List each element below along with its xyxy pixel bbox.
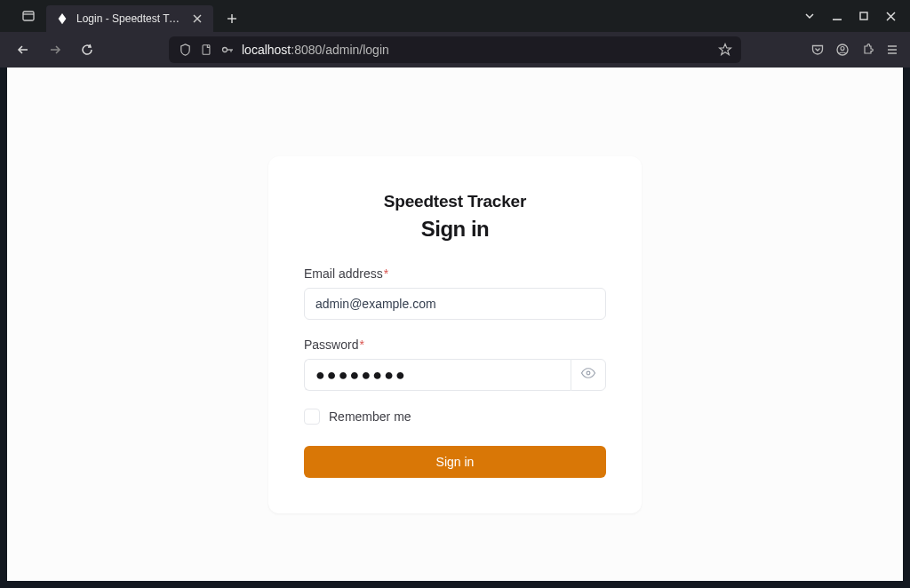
svg-rect-7 bbox=[860, 12, 867, 20]
login-card: Speedtest Tracker Sign in Email address*… bbox=[268, 156, 642, 513]
password-visibility-toggle[interactable] bbox=[571, 359, 606, 391]
url-text: localhost:8080/admin/login bbox=[242, 43, 711, 57]
remember-label: Remember me bbox=[329, 409, 411, 424]
menu-icon[interactable] bbox=[885, 43, 899, 57]
svg-point-18 bbox=[841, 47, 844, 51]
tab-title: Login - Speedtest Trac bbox=[76, 12, 183, 25]
tab-favicon-icon bbox=[55, 12, 69, 26]
forward-button[interactable] bbox=[43, 37, 68, 62]
account-icon[interactable] bbox=[835, 43, 850, 57]
eye-icon bbox=[580, 365, 596, 385]
password-input[interactable] bbox=[304, 359, 571, 391]
pocket-icon[interactable] bbox=[810, 43, 825, 57]
tabs-list-button[interactable] bbox=[803, 10, 816, 22]
page-icon[interactable] bbox=[199, 43, 213, 57]
svg-marker-16 bbox=[720, 44, 731, 55]
refresh-button[interactable] bbox=[75, 37, 100, 62]
extensions-icon[interactable] bbox=[860, 43, 874, 57]
shield-icon[interactable] bbox=[178, 43, 192, 57]
titlebar: Login - Speedtest Trac bbox=[0, 0, 910, 32]
svg-rect-12 bbox=[203, 45, 210, 55]
sign-in-button[interactable]: Sign in bbox=[304, 446, 606, 478]
remember-checkbox[interactable] bbox=[304, 409, 320, 425]
sidebar-toggle-icon[interactable] bbox=[14, 4, 43, 28]
svg-point-22 bbox=[587, 371, 590, 375]
permissions-key-icon[interactable] bbox=[220, 43, 235, 57]
bookmark-star-icon[interactable] bbox=[718, 43, 732, 57]
back-button[interactable] bbox=[11, 37, 36, 62]
password-label: Password* bbox=[304, 338, 606, 352]
maximize-icon[interactable] bbox=[857, 9, 871, 23]
minimize-icon[interactable] bbox=[830, 9, 844, 23]
page-content: Speedtest Tracker Sign in Email address*… bbox=[7, 68, 903, 581]
browser-toolbar: localhost:8080/admin/login bbox=[0, 32, 910, 68]
sign-in-heading: Sign in bbox=[304, 217, 606, 242]
svg-point-13 bbox=[223, 48, 228, 52]
tab-close-icon[interactable] bbox=[190, 12, 204, 26]
window-controls bbox=[830, 9, 906, 23]
svg-rect-0 bbox=[23, 12, 34, 20]
browser-tab[interactable]: Login - Speedtest Trac bbox=[46, 5, 213, 32]
email-label: Email address* bbox=[304, 266, 606, 281]
address-bar[interactable]: localhost:8080/admin/login bbox=[169, 36, 741, 63]
new-tab-button[interactable] bbox=[219, 5, 245, 32]
close-icon[interactable] bbox=[883, 9, 898, 23]
app-title: Speedtest Tracker bbox=[304, 192, 606, 211]
email-input[interactable] bbox=[304, 288, 606, 320]
